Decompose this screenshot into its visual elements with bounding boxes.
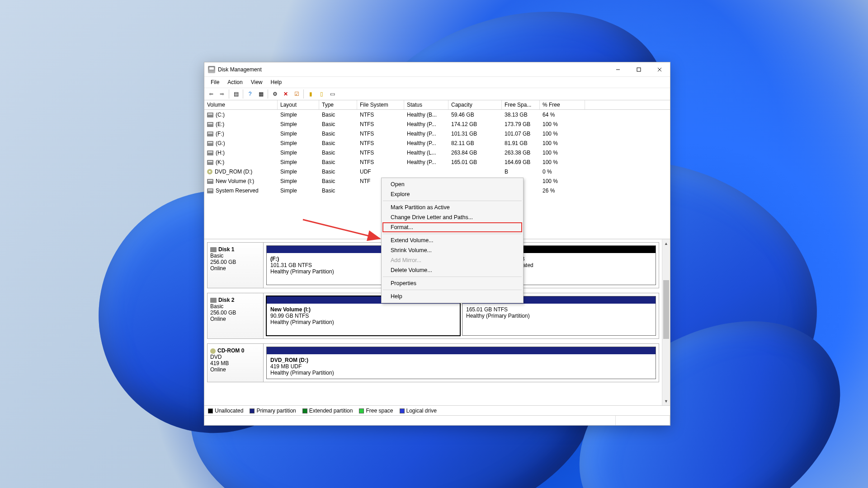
volume-capacity: 101.31 GB [448, 131, 502, 137]
scroll-down-icon[interactable]: ▼ [662, 397, 670, 405]
volume-fs: NTFS [357, 150, 404, 156]
col-header-capacity[interactable]: Capacity [448, 100, 502, 109]
col-header-volume[interactable]: Volume [204, 100, 278, 109]
volume-type: Basic [319, 169, 357, 175]
volume-pctfree: 100 % [540, 159, 585, 165]
volume-layout: Simple [278, 178, 319, 184]
show-hide-tree-button[interactable]: ▤ [231, 89, 241, 99]
new-button[interactable]: ▮ [306, 89, 316, 99]
help-button[interactable]: ? [245, 89, 255, 99]
volume-row[interactable]: (G:)SimpleBasicNTFSHealthy (P...82.11 GB… [204, 138, 670, 148]
statusbar [204, 415, 670, 425]
disk-state: Online [210, 265, 226, 272]
disk-size: 419 MB [210, 360, 229, 366]
ctx-mark-active[interactable]: Mark Partition as Active [382, 202, 522, 212]
hdd-icon [207, 150, 213, 155]
menu-help[interactable]: Help [267, 78, 286, 86]
volume-name: (E:) [216, 121, 224, 127]
minimize-button[interactable] [608, 62, 628, 76]
volume-row[interactable]: (E:)SimpleBasicNTFSHealthy (P...174.12 G… [204, 119, 670, 129]
hdd-icon [207, 160, 213, 165]
volume-pctfree: 0 % [540, 169, 585, 175]
settings-button[interactable]: ⚙ [270, 89, 280, 99]
volume-status: Healthy (B... [404, 112, 448, 118]
ctx-open[interactable]: Open [382, 179, 522, 189]
volume-row[interactable]: DVD_ROM (D:)SimpleBasicUDFB0 % [204, 167, 670, 176]
volume-row[interactable]: (F:)SimpleBasicNTFSHealthy (P...101.31 G… [204, 129, 670, 138]
maximize-button[interactable] [628, 62, 649, 76]
col-header-filesystem[interactable]: File System [357, 100, 404, 109]
scroll-thumb[interactable] [663, 280, 669, 339]
scroll-up-icon[interactable]: ▲ [662, 239, 670, 248]
menu-view[interactable]: View [247, 78, 266, 86]
ctx-shrink[interactable]: Shrink Volume... [382, 245, 522, 255]
volume-pctfree: 100 % [540, 150, 585, 156]
partition-title: (F:) [270, 256, 279, 262]
volume-type: Basic [319, 121, 357, 127]
titlebar[interactable]: Disk Management [204, 62, 670, 77]
partition[interactable]: 2.58 GBUnallocated [500, 245, 656, 285]
menu-action[interactable]: Action [224, 78, 246, 86]
volume-row[interactable]: (K:)SimpleBasicNTFSHealthy (P...165.01 G… [204, 157, 670, 167]
toolbar: ⬅ ➡ ▤ ? ▦ ⚙ ✕ ☑ ▮ ▯ ▭ [204, 88, 670, 100]
col-header-free[interactable]: Free Spa... [502, 100, 540, 109]
partition-size: 165.01 GB NTFS [466, 306, 508, 313]
partition[interactable]: DVD_ROM (D:)419 MB UDFHealthy (Primary P… [266, 347, 656, 379]
col-header-status[interactable]: Status [404, 100, 448, 109]
close-button[interactable] [649, 62, 670, 76]
col-header-pctfree[interactable]: % Free [540, 100, 585, 109]
hdd-icon [207, 188, 213, 193]
ctx-change-letter[interactable]: Change Drive Letter and Paths... [382, 212, 522, 222]
legend: Unallocated Primary partition Extended p… [204, 405, 670, 415]
partition-header [501, 246, 656, 253]
disk-info[interactable]: Disk 2Basic256.00 GBOnline [208, 293, 264, 338]
refresh-button[interactable]: ▦ [256, 89, 266, 99]
menu-file[interactable]: File [207, 78, 223, 86]
view-button[interactable]: ▭ [327, 89, 337, 99]
volume-status: Healthy (P... [404, 159, 448, 165]
col-header-type[interactable]: Type [319, 100, 357, 109]
cd-icon [210, 348, 216, 354]
partition-status: Healthy (Primary Partition) [270, 268, 334, 275]
volume-type: Basic [319, 131, 357, 137]
vertical-scrollbar[interactable]: ▲ ▼ [662, 239, 670, 405]
ctx-delete[interactable]: Delete Volume... [382, 265, 522, 275]
volume-row[interactable]: (H:)SimpleBasicNTFSHealthy (L...263.84 G… [204, 148, 670, 157]
partition-title: New Volume (I:) [270, 306, 311, 313]
volume-name: System Reserved [216, 188, 259, 194]
volume-name: (G:) [216, 140, 225, 146]
partition-header [267, 347, 656, 354]
volume-fs: NTFS [357, 140, 404, 146]
cd-icon [207, 169, 212, 174]
volume-status: Healthy (P... [404, 131, 448, 137]
volume-name: (C:) [216, 112, 225, 118]
ctx-extend[interactable]: Extend Volume... [382, 235, 522, 245]
delete-button[interactable]: ✕ [281, 89, 291, 99]
forward-button[interactable]: ➡ [217, 89, 227, 99]
volume-capacity: 165.01 GB [448, 159, 502, 165]
hdd-icon [207, 122, 213, 127]
check-button[interactable]: ☑ [292, 89, 302, 99]
partition-status: Healthy (Primary Partition) [270, 370, 334, 376]
volume-layout: Simple [278, 169, 319, 175]
disk-info[interactable]: CD-ROM 0DVD419 MBOnline [208, 344, 264, 382]
volume-status: Healthy (P... [404, 121, 448, 127]
volume-layout: Simple [278, 140, 319, 146]
context-menu: Open Explore Mark Partition as Active Ch… [381, 178, 524, 303]
ctx-format[interactable]: Format... [382, 222, 522, 232]
disk-type: Basic [210, 253, 223, 259]
ctx-help[interactable]: Help [382, 291, 522, 301]
disk-label: CD-ROM 0 [217, 347, 244, 354]
volume-row[interactable]: (C:)SimpleBasicNTFSHealthy (B...59.46 GB… [204, 110, 670, 119]
back-button[interactable]: ⬅ [206, 89, 216, 99]
col-header-layout[interactable]: Layout [278, 100, 319, 109]
volume-name: DVD_ROM (D:) [215, 169, 252, 175]
hdd-icon [207, 179, 213, 184]
partition-status: Healthy (Primary Partition) [270, 319, 334, 325]
app-icon [208, 66, 215, 73]
volume-capacity: 263.84 GB [448, 150, 502, 156]
disk-info[interactable]: Disk 1Basic256.00 GBOnline [208, 243, 264, 288]
ctx-properties[interactable]: Properties [382, 278, 522, 288]
properties-button[interactable]: ▯ [316, 89, 326, 99]
ctx-explore[interactable]: Explore [382, 189, 522, 199]
